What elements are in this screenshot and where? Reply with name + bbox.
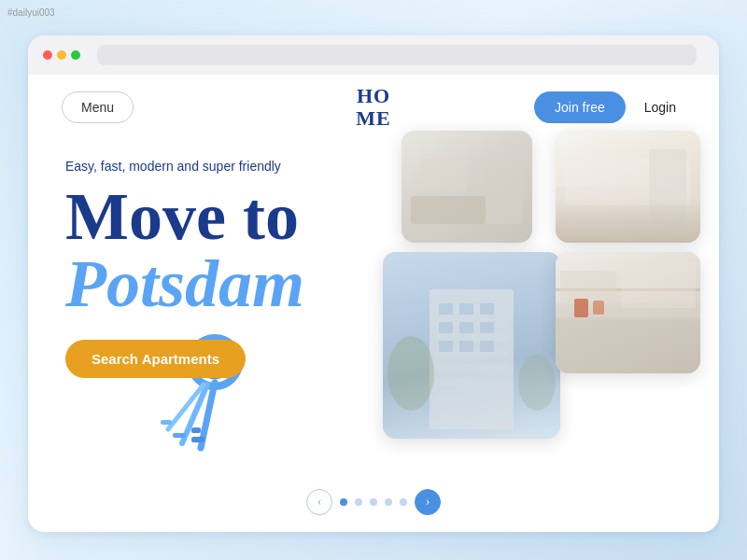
hero-title-city: Potsdam (65, 250, 682, 317)
browser-window: Menu HO ME Join free Login Easy, fast, m… (28, 35, 719, 532)
pag-dot-3[interactable] (370, 498, 377, 506)
close-dot[interactable] (43, 50, 52, 60)
maximize-dot[interactable] (71, 50, 80, 60)
pag-dot-2[interactable] (355, 498, 362, 506)
menu-button[interactable]: Menu (62, 91, 134, 123)
logo: HO ME (356, 85, 390, 130)
hero-subtitle: Easy, fast, modern and super friendly (65, 159, 682, 174)
svg-rect-8 (161, 420, 172, 425)
browser-toolbar (28, 35, 719, 75)
nav-right-section: Join free Login (534, 91, 685, 123)
svg-rect-3 (191, 437, 204, 442)
login-button[interactable]: Login (635, 91, 685, 123)
window-controls (43, 50, 80, 60)
url-bar[interactable] (97, 45, 697, 65)
hero-section: Easy, fast, modern and super friendly Mo… (28, 140, 719, 476)
next-arrow[interactable]: › (415, 489, 441, 515)
next-arrow-icon: › (426, 495, 430, 510)
pagination-section: ‹ › (28, 476, 719, 532)
browser-content: Menu HO ME Join free Login Easy, fast, m… (28, 75, 719, 532)
svg-rect-4 (191, 427, 201, 433)
hero-title-move: Move to (65, 183, 682, 250)
prev-arrow[interactable]: ‹ (306, 489, 332, 515)
navbar: Menu HO ME Join free Login (28, 75, 719, 140)
join-button[interactable]: Join free (534, 91, 626, 123)
svg-rect-6 (173, 433, 186, 438)
watermark-label: #dailyui003 (7, 7, 55, 18)
pag-dot-5[interactable] (400, 498, 407, 506)
logo-line2: ME (356, 106, 390, 130)
logo-line1: HO (357, 84, 390, 107)
search-apartments-button[interactable]: Search Apartments (65, 340, 246, 378)
pag-dot-4[interactable] (385, 498, 392, 506)
minimize-dot[interactable] (57, 50, 66, 60)
prev-arrow-icon: ‹ (317, 495, 322, 510)
pag-dot-1[interactable] (340, 498, 347, 506)
hero-text-block: Easy, fast, modern and super friendly Mo… (65, 149, 682, 378)
